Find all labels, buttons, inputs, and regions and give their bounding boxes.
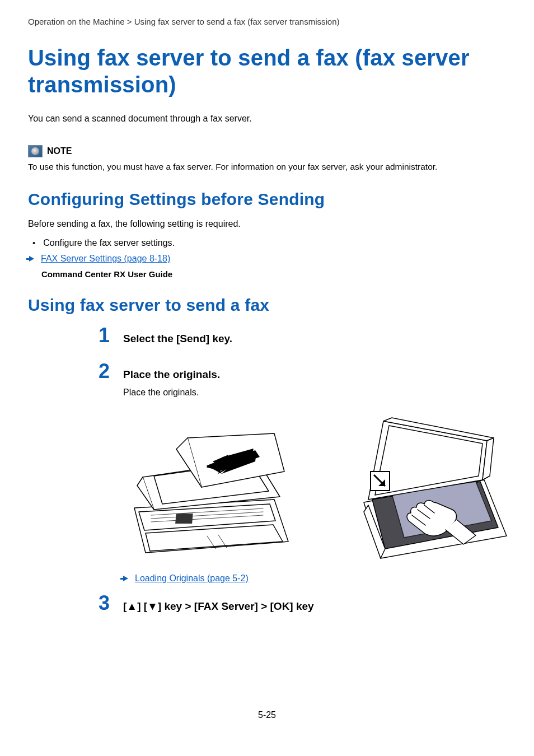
bullet-item: • Configure the fax server settings.: [32, 238, 506, 248]
step-3: 3 [▲] [▼] key > [FAX Server] > [OK] key: [99, 591, 506, 619]
platen-glass-illustration: [358, 416, 515, 563]
loading-originals-link[interactable]: Loading Originals (page 5-2): [135, 573, 249, 584]
page-number: 5-25: [0, 710, 534, 720]
note-text: To use this function, you must have a fa…: [28, 161, 506, 173]
note-icon: [28, 145, 43, 157]
step-title: Place the originals.: [123, 368, 506, 381]
step-number: 2: [99, 360, 123, 383]
step-1: 1 Select the [Send] key.: [99, 324, 506, 352]
page-title: Using fax server to send a fax (fax serv…: [28, 44, 506, 98]
arrow-icon: [123, 576, 128, 581]
step-number: 3: [99, 591, 123, 615]
printer-adf-illustration: [123, 416, 297, 563]
note-label: NOTE: [47, 146, 72, 156]
section-heading-configuring: Configuring Settings before Sending: [28, 190, 506, 209]
note-box: NOTE To use this function, you must have…: [28, 145, 506, 173]
section1-intro: Before sending a fax, the following sett…: [28, 218, 506, 230]
link-row: FAX Server Settings (page 8-18): [29, 254, 506, 264]
svg-rect-3: [175, 514, 193, 524]
link-row-step2: Loading Originals (page 5-2): [123, 573, 506, 584]
step-2: 2 Place the originals. Place the origina…: [99, 360, 506, 403]
step-body-text: Place the originals.: [123, 388, 506, 398]
breadcrumb: Operation on the Machine > Using fax ser…: [28, 17, 506, 26]
step-number: 1: [99, 324, 123, 347]
section-heading-using: Using fax server to send a fax: [28, 296, 506, 315]
step-title: [▲] [▼] key > [FAX Server] > [OK] key: [123, 600, 506, 613]
arrow-icon: [29, 256, 34, 262]
step-title: Select the [Send] key.: [123, 333, 506, 345]
bullet-dot: •: [32, 238, 35, 248]
sub-bold: Command Center RX User Guide: [41, 269, 506, 279]
bullet-text: Configure the fax server settings.: [43, 238, 175, 248]
fax-server-settings-link[interactable]: FAX Server Settings (page 8-18): [41, 254, 170, 264]
intro-text: You can send a scanned document through …: [28, 113, 506, 125]
